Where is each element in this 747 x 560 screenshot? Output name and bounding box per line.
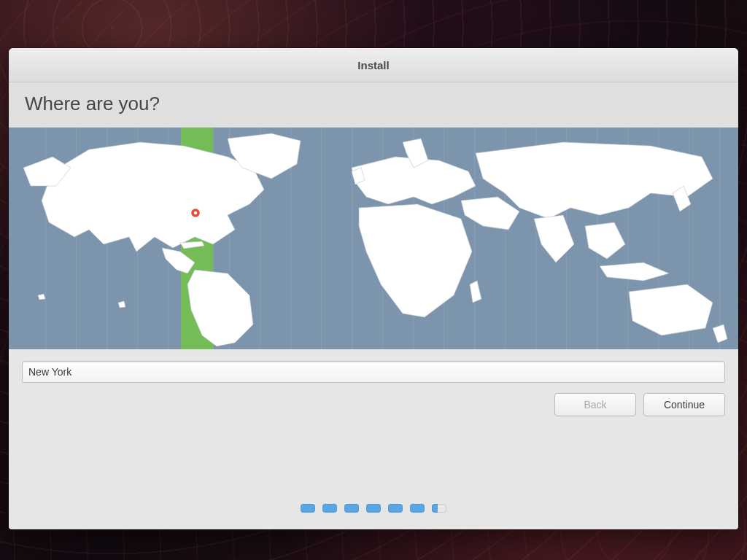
progress-dot [410, 504, 425, 513]
svg-point-0 [191, 209, 201, 218]
svg-point-1 [194, 211, 197, 214]
progress-dot [322, 504, 337, 513]
timezone-gridlines [9, 128, 738, 349]
back-button[interactable]: Back [554, 393, 636, 416]
page-title: Where are you? [25, 93, 722, 115]
progress-dot [344, 504, 359, 513]
window-titlebar[interactable]: Install [9, 48, 738, 82]
selected-timezone-band [181, 128, 213, 349]
installer-window: Install Where are you? [9, 48, 738, 529]
progress-indicator [9, 487, 738, 529]
continue-button[interactable]: Continue [643, 393, 725, 416]
page-heading-strip: Where are you? [9, 82, 738, 128]
progress-dot [432, 504, 446, 513]
window-content: Where are you? [9, 82, 738, 529]
content-spacer [9, 425, 738, 487]
timezone-map[interactable] [9, 128, 738, 349]
location-pin-icon [190, 207, 201, 219]
progress-dot [301, 504, 315, 513]
progress-dot [366, 504, 381, 513]
world-landmasses [9, 128, 738, 349]
window-title: Install [357, 59, 389, 71]
nav-button-row: Back Continue [22, 393, 725, 416]
location-input[interactable] [22, 361, 725, 383]
location-form: Back Continue [9, 349, 738, 425]
progress-dot [388, 504, 403, 513]
